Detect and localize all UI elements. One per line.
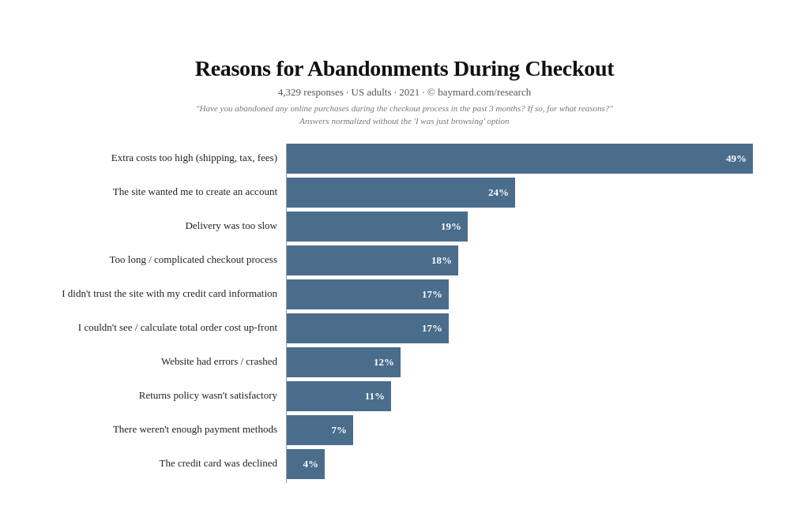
bar-value: 17% [422,288,442,301]
chart-row: I couldn't see / calculate total order c… [287,313,768,343]
chart-row: The site wanted me to create an account2… [287,178,768,208]
bar-wrapper: 12% [287,347,401,377]
chart-footnote: "Have you abandoned any online purchases… [41,102,768,128]
bar-value: 17% [422,322,442,335]
bar: 12% [287,347,401,377]
chart-title: Reasons for Abandonments During Checkout [41,56,768,81]
chart-row: Website had errors / crashed12% [287,347,768,377]
bar-wrapper: 17% [287,279,449,309]
chart-subtitle: 4,329 responses · US adults · 2021 · © b… [41,86,768,99]
chart-row: Delivery was too slow19% [287,212,768,242]
bar: 11% [287,381,391,411]
bar-wrapper: 7% [287,415,353,445]
bar-label: I couldn't see / calculate total order c… [42,321,287,335]
chart-row: The credit card was declined4% [287,449,768,479]
bar-value: 11% [365,390,385,403]
bar: 18% [287,245,458,275]
chart-row: Extra costs too high (shipping, tax, fee… [287,144,768,174]
bar-label: Too long / complicated checkout process [42,253,287,267]
chart-container: Reasons for Abandonments During Checkout… [17,34,792,499]
bar-value: 18% [431,254,452,267]
bar-label: Delivery was too slow [42,219,287,233]
bar: 17% [287,313,449,343]
chart-row: There weren't enough payment methods7% [287,415,768,445]
chart-row: Too long / complicated checkout process1… [287,245,768,275]
bar-label: The credit card was declined [42,457,287,470]
bar: 49% [287,144,753,174]
bar-value: 49% [726,152,747,165]
bar-wrapper: 11% [287,381,391,411]
bar-value: 24% [488,186,509,199]
bar-value: 12% [374,356,394,369]
bar-wrapper: 17% [287,313,449,343]
bar-value: 19% [441,220,461,233]
bar: 24% [287,178,515,208]
bar-wrapper: 49% [287,144,753,174]
bar-label: Extra costs too high (shipping, tax, fee… [42,152,287,165]
bar-value: 4% [303,458,319,470]
bar-wrapper: 18% [287,245,458,275]
bar-wrapper: 4% [287,449,325,479]
chart-row: Returns policy wasn't satisfactory11% [287,381,768,411]
bar: 19% [287,212,468,242]
bar-label: The site wanted me to create an account [42,185,287,199]
bar-wrapper: 19% [287,212,468,242]
footnote-line2: Answers normalized without the 'I was ju… [299,116,509,126]
bar-value: 7% [332,424,348,436]
bar: 4% [287,449,325,479]
bar-label: I didn't trust the site with my credit c… [42,287,287,301]
bar-label: There weren't enough payment methods [42,423,287,436]
chart-area: Extra costs too high (shipping, tax, fee… [286,144,768,483]
bar-label: Returns policy wasn't satisfactory [42,389,287,403]
bar: 7% [287,415,353,445]
bar-label: Website had errors / crashed [42,355,287,369]
footnote-line1: "Have you abandoned any online purchases… [196,103,613,113]
chart-row: I didn't trust the site with my credit c… [287,279,768,309]
bar: 17% [287,279,449,309]
bar-wrapper: 24% [287,178,515,208]
